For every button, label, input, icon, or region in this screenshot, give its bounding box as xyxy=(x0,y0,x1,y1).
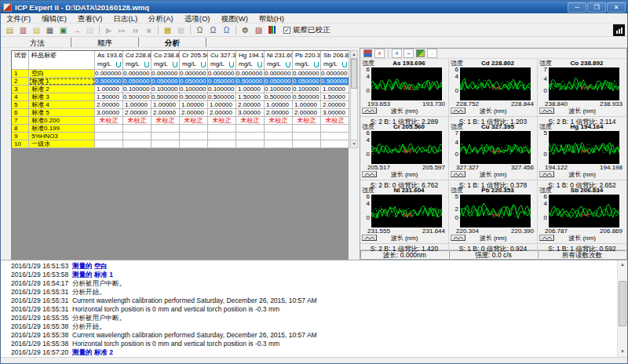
value-cell-r5-c3[interactable]: 1.00000 xyxy=(152,101,180,109)
spectrum-plot[interactable] xyxy=(371,67,442,100)
value-cell-r5-c7[interactable]: 1.00000 xyxy=(265,101,293,109)
value-cell-r8-c6[interactable] xyxy=(236,125,265,133)
value-cell-r7-c8[interactable]: 未校正 xyxy=(293,117,321,125)
stop-icon[interactable]: ■ xyxy=(142,24,155,36)
menu-item-help[interactable]: 帮助(H) xyxy=(254,13,290,24)
menu-item-view[interactable]: 查看(V) xyxy=(72,13,108,24)
value-cell-r4-c4[interactable]: 0.500000 xyxy=(180,93,208,101)
tube-cell[interactable]: 5 xyxy=(12,101,29,109)
value-cell-r2-c1[interactable]: 0.500000 xyxy=(95,78,123,86)
menu-item-file[interactable]: 文件(F) xyxy=(1,13,36,24)
overlay-icon[interactable]: ▫ xyxy=(427,49,437,58)
value-cell-r10-c1[interactable] xyxy=(95,140,123,148)
sample-label-cell[interactable]: 标准 1 xyxy=(29,78,95,86)
value-cell-r8-c5[interactable] xyxy=(208,125,236,133)
rinse-icon[interactable]: Ω xyxy=(193,24,206,36)
value-cell-r1-c7[interactable]: 0.000000 xyxy=(265,70,293,78)
chart-scale-button[interactable] xyxy=(362,171,377,177)
value-cell-r4-c5[interactable]: 0.500000 xyxy=(208,93,236,101)
print-icon[interactable]: ▦ xyxy=(43,24,57,36)
value-cell-r10-c4[interactable] xyxy=(180,140,208,148)
value-cell-r5-c5[interactable]: 1.00000 xyxy=(208,101,236,109)
menu-item-analyze[interactable]: 分析(A) xyxy=(143,13,179,24)
table-scrollbar[interactable]: ▲ ▼ xyxy=(350,50,358,148)
value-cell-r10-c6[interactable] xyxy=(236,140,265,148)
copy-icon[interactable]: ▤ xyxy=(83,24,97,36)
value-cell-r3-c8[interactable]: 0.100000 xyxy=(293,86,321,93)
chart-cell-cr[interactable]: 强度Cr 205.560640205.517205.597波长 (nm)S: 2… xyxy=(360,122,449,186)
value-cell-r5-c6[interactable]: 2.00000 xyxy=(236,101,265,109)
run-all-icon[interactable]: ▶▶ xyxy=(115,24,129,36)
chart-scale-button[interactable] xyxy=(539,171,554,177)
scrollbar-thumb[interactable] xyxy=(351,59,357,89)
plasma-off-icon[interactable]: ▩ xyxy=(174,24,188,36)
value-cell-r9-c7[interactable] xyxy=(265,133,293,140)
spectrum-plot[interactable] xyxy=(549,67,619,100)
value-cell-r3-c7[interactable]: 0.100000 xyxy=(265,86,293,93)
scroll-down-icon[interactable]: ▼ xyxy=(351,140,357,147)
value-cell-r8-c3[interactable] xyxy=(152,125,180,133)
value-cell-r5-c1[interactable]: 2.00000 xyxy=(95,101,123,109)
value-cell-r9-c2[interactable] xyxy=(123,133,152,140)
value-cell-r3-c9[interactable]: 1.00000 xyxy=(321,86,349,93)
value-cell-r10-c5[interactable] xyxy=(208,140,236,148)
spectrum-plot[interactable] xyxy=(460,67,531,100)
print-preview-icon[interactable]: ▣ xyxy=(57,24,70,36)
value-cell-r10-c7[interactable] xyxy=(265,140,293,148)
peak-profile-icon[interactable]: ∧ xyxy=(392,49,402,58)
value-cell-r6-c2[interactable]: 2.00000 xyxy=(123,109,152,117)
value-cell-r2-c2[interactable]: 0.050000 xyxy=(123,78,152,86)
value-cell-r3-c2[interactable]: 0.100000 xyxy=(123,86,152,93)
open-worksheet-icon[interactable]: ▤ xyxy=(3,24,16,36)
instrument-setup-icon[interactable]: ⚙ xyxy=(239,24,252,36)
status-monitor-icon[interactable] xyxy=(613,24,625,36)
value-cell-r6-c5[interactable]: 2.00000 xyxy=(208,109,236,117)
observe-corrected-checkbox[interactable]: ✓ xyxy=(283,27,290,34)
value-cell-r2-c8[interactable]: 0.050000 xyxy=(293,78,321,86)
value-cell-r3-c3[interactable]: 0.100000 xyxy=(152,86,180,93)
value-cell-r8-c2[interactable] xyxy=(123,125,152,133)
value-cell-r5-c4[interactable]: 1.00000 xyxy=(180,101,208,109)
value-cell-r8-c8[interactable] xyxy=(293,125,321,133)
value-cell-r6-c3[interactable]: 2.00000 xyxy=(152,109,180,117)
tube-cell[interactable]: 1 xyxy=(12,70,29,78)
tube-cell[interactable]: 8 xyxy=(12,125,29,133)
calibration-curve-icon[interactable]: ~ xyxy=(403,49,414,58)
sample-label-cell[interactable]: 标准0.199 xyxy=(29,125,95,133)
log-scroll-up-icon[interactable]: ▲ xyxy=(618,260,627,270)
new-worksheet-icon[interactable]: ▤ xyxy=(30,24,43,36)
sample-label-cell[interactable]: 标准 4 xyxy=(29,101,95,109)
chart-scale-button[interactable] xyxy=(451,107,466,114)
pause-icon[interactable]: ▮▮ xyxy=(129,24,142,36)
value-cell-r7-c2[interactable]: 未校正 xyxy=(123,117,152,125)
value-cell-r4-c7[interactable]: 0.500000 xyxy=(265,93,293,101)
value-cell-r2-c3[interactable]: 0.050000 xyxy=(152,78,180,86)
value-cell-r9-c3[interactable] xyxy=(152,133,180,140)
chart-cell-sb[interactable]: 强度Sb 206.834640206.787206.869波长 (nm)S: 1… xyxy=(538,186,626,249)
tube-cell[interactable]: 3 xyxy=(12,86,29,93)
chart-scale-button[interactable] xyxy=(451,235,466,241)
value-cell-r4-c6[interactable]: 1.50000 xyxy=(236,93,265,101)
value-cell-r2-c7[interactable]: 0.050000 xyxy=(265,78,293,86)
sample-label-cell[interactable]: 一级水 xyxy=(29,140,95,148)
minimize-button[interactable]: ─ xyxy=(568,2,586,13)
value-cell-r1-c6[interactable]: 0.000000 xyxy=(236,70,265,78)
value-cell-r5-c9[interactable]: 2.00000 xyxy=(321,101,349,109)
save-icon[interactable]: ▥ xyxy=(16,24,30,36)
value-cell-r6-c1[interactable]: 3.00000 xyxy=(95,109,123,117)
value-cell-r2-c4[interactable]: 0.050000 xyxy=(180,78,208,86)
maximize-button[interactable]: ❐ xyxy=(587,2,606,13)
menu-item-edit[interactable]: 编辑(E) xyxy=(36,13,72,24)
value-cell-r8-c1[interactable] xyxy=(95,125,123,133)
spectrum-plot[interactable] xyxy=(549,131,619,164)
value-cell-r5-c8[interactable]: 1.00000 xyxy=(293,101,321,109)
value-cell-r6-c8[interactable]: 2.00000 xyxy=(293,109,321,117)
value-cell-r10-c8[interactable] xyxy=(293,140,321,148)
value-cell-r10-c2[interactable] xyxy=(123,140,152,148)
value-cell-r6-c6[interactable]: 3.00000 xyxy=(236,109,265,117)
spectrum-plot[interactable] xyxy=(371,195,442,228)
value-cell-r6-c4[interactable]: 2.00000 xyxy=(180,109,208,117)
chart-cell-cu[interactable]: 强度Cu 327.395740327.327327.456波长 (nm)S: 1… xyxy=(449,122,538,186)
run-icon[interactable]: ▶ xyxy=(102,24,115,36)
sample-label-cell[interactable]: 5%HNO3 xyxy=(29,133,95,140)
